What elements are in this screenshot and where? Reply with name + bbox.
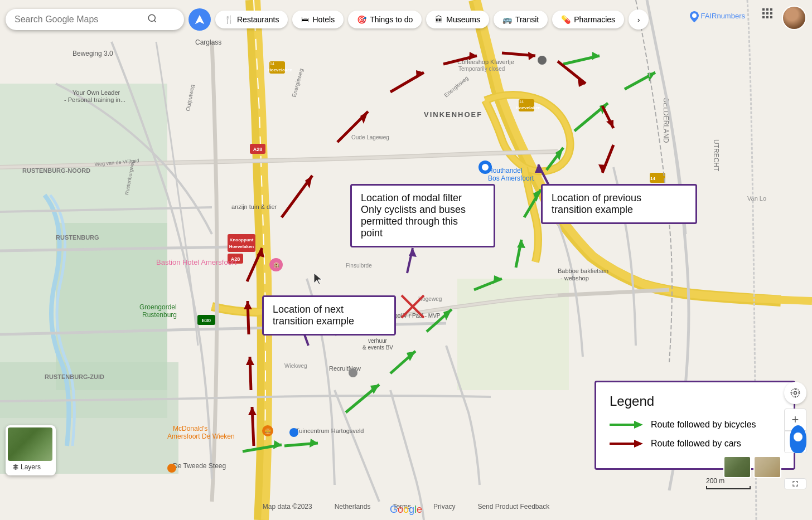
svg-point-124 (349, 368, 357, 377)
svg-rect-132 (770, 8, 772, 11)
svg-text:14: 14 (270, 62, 274, 66)
svg-text:Babboe bakfietsen: Babboe bakfietsen (558, 268, 608, 274)
svg-text:McDonald's: McDonald's (173, 425, 207, 432)
svg-text:- Personal training in...: - Personal training in... (64, 96, 125, 103)
svg-text:kekenweg: kekenweg (362, 229, 388, 235)
map-type-thumbnails (723, 456, 781, 478)
svg-text:Beweging 3.0: Beweging 3.0 (72, 50, 113, 57)
bottom-bar: Map data ©2023 Netherlands Terms Privacy… (0, 493, 812, 520)
svg-text:Houthandel: Houthandel (488, 167, 522, 174)
svg-point-126 (289, 428, 298, 437)
svg-text:RUSTENBURG-NOORD: RUSTENBURG-NOORD (22, 167, 90, 174)
scale-bar: 200 m (706, 477, 751, 489)
svg-rect-134 (766, 12, 768, 14)
svg-text:Wiekweg: Wiekweg (284, 363, 307, 369)
svg-text:Bos Amersfoort: Bos Amersfoort (488, 174, 534, 182)
svg-text:A28: A28 (253, 147, 263, 152)
svg-text:🏨: 🏨 (273, 261, 280, 268)
svg-text:Finsulbrde: Finsulbrde (346, 263, 372, 269)
svg-rect-131 (766, 8, 768, 11)
svg-rect-130 (762, 8, 765, 11)
feedback-link[interactable]: Send Product Feedback (477, 503, 549, 511)
things-to-do-button[interactable]: 🎯 Things to do (348, 11, 422, 28)
restaurants-icon: 🍴 (224, 15, 234, 24)
svg-text:verhuur: verhuur (368, 338, 388, 344)
right-controls (784, 382, 806, 409)
svg-text:Temporarily closed: Temporarily closed (458, 66, 505, 72)
navigation-button[interactable] (188, 8, 211, 31)
hotels-icon: 🛏 (301, 15, 309, 24)
terrain-thumbnail[interactable] (753, 456, 781, 478)
search-box[interactable] (6, 9, 184, 30)
search-input[interactable] (14, 14, 143, 25)
svg-text:Tuincentrum Hartogsveld: Tuincentrum Hartogsveld (296, 427, 364, 434)
svg-text:Van Lo: Van Lo (747, 195, 766, 202)
svg-text:& events BV: & events BV (362, 344, 393, 351)
google-apps-button[interactable] (761, 7, 774, 22)
svg-rect-137 (766, 16, 768, 18)
pharmacies-icon: 💊 (561, 15, 571, 24)
svg-text:14: 14 (650, 176, 655, 181)
svg-text:E30: E30 (202, 318, 211, 323)
svg-text:Nooi V r Paal - MVP: Nooi V r Paal - MVP (390, 313, 441, 319)
svg-text:Rustenburg: Rustenburg (142, 311, 177, 319)
transit-icon: 🚌 (502, 15, 512, 24)
svg-text:Knooppunt: Knooppunt (230, 237, 254, 242)
google-logo: Google (390, 504, 422, 516)
map-data-text: Map data ©2023 (263, 503, 312, 511)
map-container[interactable]: A28 Knooppunt Hoevelaken A28 14 Hoevelak… (0, 0, 812, 520)
satellite-thumbnail[interactable] (723, 456, 751, 478)
museums-button[interactable]: 🏛 Museums (426, 11, 489, 28)
svg-text:Bastion Hotel Amersfoort: Bastion Hotel Amersfoort (156, 258, 236, 266)
svg-point-145 (791, 389, 800, 397)
svg-text:Hoevelaken: Hoevelaken (229, 244, 254, 249)
street-view-pegman[interactable] (790, 425, 806, 453)
netherlands-link[interactable]: Netherlands (335, 503, 371, 511)
svg-text:RUSTENBURG-ZUID: RUSTENBURG-ZUID (45, 373, 104, 380)
restaurants-button[interactable]: 🍴 Restaurants (215, 11, 288, 28)
svg-rect-133 (762, 12, 765, 14)
svg-text:14: 14 (519, 100, 524, 104)
svg-rect-136 (762, 16, 765, 18)
svg-text:anzijn tuin & dier: anzijn tuin & dier (231, 203, 277, 210)
location-button[interactable] (784, 382, 806, 404)
svg-text:UTRECHT: UTRECHT (712, 139, 720, 172)
svg-text:Hoevelaken: Hoevelaken (268, 67, 293, 72)
svg-rect-138 (770, 16, 772, 18)
svg-line-129 (154, 20, 156, 22)
layers-button[interactable]: Layers (6, 425, 56, 475)
svg-text:Oude Lageweg: Oude Lageweg (351, 134, 389, 140)
svg-text:Groengordel: Groengordel (139, 303, 177, 311)
user-avatar[interactable] (782, 6, 806, 30)
things-icon: 🎯 (357, 15, 366, 24)
svg-text:De Tweede Steeg: De Tweede Steeg (173, 462, 226, 470)
pharmacies-button[interactable]: 💊 Pharmacies (552, 11, 624, 28)
svg-text:Hoevelaken: Hoevelaken (516, 105, 541, 110)
svg-point-119 (482, 164, 489, 171)
search-button[interactable] (147, 13, 157, 26)
svg-text:RUSTENBURG: RUSTENBURG (56, 234, 99, 241)
svg-text:VINKENHOEF: VINKENHOEF (424, 110, 482, 119)
svg-text:Your Own Leader: Your Own Leader (72, 89, 120, 96)
svg-text:Carglass: Carglass (195, 38, 221, 46)
privacy-link[interactable]: Privacy (433, 503, 455, 511)
svg-point-128 (148, 14, 155, 21)
hotels-button[interactable]: 🛏 Hotels (292, 11, 344, 28)
svg-rect-7 (228, 234, 255, 252)
transit-button[interactable]: 🚌 Transit (494, 11, 548, 28)
svg-text:🍔: 🍔 (264, 427, 272, 435)
svg-text:- webshop: - webshop (560, 275, 589, 281)
svg-rect-135 (770, 12, 772, 14)
svg-point-127 (167, 464, 176, 473)
more-categories-button[interactable]: › (629, 9, 649, 30)
expand-map-button[interactable] (784, 478, 806, 489)
svg-text:Amersfoort De Wieken: Amersfoort De Wieken (167, 432, 235, 440)
museums-icon: 🏛 (435, 15, 443, 24)
svg-point-125 (538, 56, 547, 65)
